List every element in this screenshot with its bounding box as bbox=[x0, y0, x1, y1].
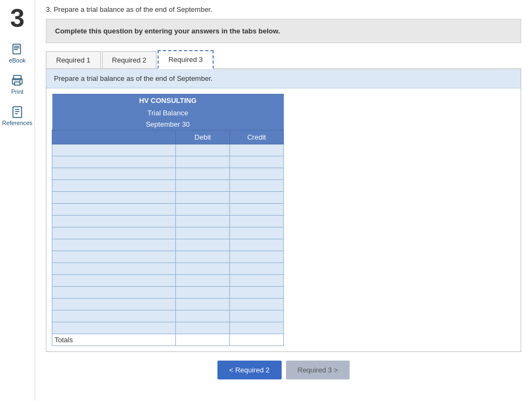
tab-required1[interactable]: Required 1 bbox=[46, 51, 101, 68]
row-1-credit-input[interactable] bbox=[232, 157, 281, 167]
row-11-credit bbox=[230, 275, 284, 287]
row-9-debit-input[interactable] bbox=[178, 252, 227, 262]
row-14-account bbox=[52, 310, 176, 322]
row-13-debit-input[interactable] bbox=[178, 299, 227, 309]
row-4-debit-input[interactable] bbox=[178, 192, 227, 203]
sidebar-item-print[interactable]: Print bbox=[10, 73, 25, 95]
tab-required3[interactable]: Required 3 bbox=[158, 50, 214, 69]
col-credit-header: Credit bbox=[230, 130, 284, 144]
row-3-credit-input[interactable] bbox=[232, 181, 281, 191]
sidebar-item-references[interactable]: References bbox=[2, 105, 32, 126]
row-10-credit-input[interactable] bbox=[232, 264, 281, 274]
row-7-account-input[interactable] bbox=[54, 228, 173, 238]
sidebar: 3 eBook Print bbox=[0, 0, 35, 401]
row-6-credit-input[interactable] bbox=[232, 216, 281, 226]
row-1-account-input[interactable] bbox=[54, 157, 173, 167]
table-row bbox=[52, 263, 284, 275]
row-9-credit-input[interactable] bbox=[232, 252, 281, 262]
row-15-credit-input[interactable] bbox=[232, 323, 281, 333]
row-1-debit bbox=[176, 156, 230, 168]
row-8-credit-input[interactable] bbox=[232, 240, 281, 250]
row-11-credit-input[interactable] bbox=[232, 275, 281, 286]
row-2-account-input[interactable] bbox=[54, 169, 173, 179]
row-8-debit bbox=[176, 239, 230, 251]
row-15-credit bbox=[230, 322, 284, 334]
row-10-debit-input[interactable] bbox=[178, 264, 227, 274]
row-1-account bbox=[52, 156, 176, 168]
row-2-debit-input[interactable] bbox=[178, 169, 227, 179]
row-5-account-input[interactable] bbox=[54, 204, 173, 215]
svg-rect-3 bbox=[14, 49, 18, 50]
row-7-credit-input[interactable] bbox=[232, 228, 281, 238]
row-7-debit-input[interactable] bbox=[178, 228, 227, 238]
table-row bbox=[52, 192, 284, 204]
row-9-credit bbox=[230, 251, 284, 263]
tab-required2[interactable]: Required 2 bbox=[102, 51, 157, 68]
table-row bbox=[52, 251, 284, 263]
print-label: Print bbox=[11, 88, 24, 95]
totals-debit-input[interactable] bbox=[178, 336, 227, 344]
totals-label: Totals bbox=[52, 334, 176, 346]
row-12-credit-input[interactable] bbox=[232, 287, 281, 298]
row-7-debit bbox=[176, 227, 230, 239]
row-12-account-input[interactable] bbox=[54, 287, 173, 298]
table-row bbox=[52, 204, 284, 216]
table-row bbox=[52, 216, 284, 227]
row-3-debit bbox=[176, 180, 230, 192]
ebook-icon bbox=[10, 42, 25, 57]
row-15-debit-input[interactable] bbox=[178, 323, 227, 333]
row-4-account-input[interactable] bbox=[54, 192, 173, 203]
row-1-debit-input[interactable] bbox=[178, 157, 227, 167]
totals-credit-input[interactable] bbox=[232, 336, 281, 344]
row-13-debit bbox=[176, 299, 230, 310]
row-0-credit bbox=[230, 144, 284, 156]
row-10-account-input[interactable] bbox=[54, 264, 173, 274]
row-3-account-input[interactable] bbox=[54, 181, 173, 191]
next-button[interactable]: Required 3 > bbox=[286, 361, 350, 379]
svg-rect-6 bbox=[15, 82, 20, 85]
totals-credit bbox=[230, 334, 284, 346]
row-15-account bbox=[52, 322, 176, 334]
row-15-account-input[interactable] bbox=[54, 323, 173, 333]
row-0-credit-input[interactable] bbox=[232, 145, 281, 155]
row-0-debit-input[interactable] bbox=[178, 145, 227, 155]
row-14-debit-input[interactable] bbox=[178, 311, 227, 321]
row-8-account-input[interactable] bbox=[54, 240, 173, 250]
row-13-credit-input[interactable] bbox=[232, 299, 281, 309]
row-12-credit bbox=[230, 287, 284, 299]
row-3-debit-input[interactable] bbox=[178, 181, 227, 191]
row-2-credit-input[interactable] bbox=[232, 169, 281, 179]
prev-button[interactable]: < Required 2 bbox=[217, 361, 282, 379]
tabs-row: Required 1 Required 2 Required 3 bbox=[46, 50, 521, 68]
row-11-debit-input[interactable] bbox=[178, 275, 227, 286]
table-company-header: HV CONSULTING bbox=[52, 94, 284, 107]
row-6-account bbox=[52, 216, 176, 227]
tab-content: Prepare a trial balance as of the end of… bbox=[46, 68, 521, 352]
row-4-credit bbox=[230, 192, 284, 204]
totals-row: Totals bbox=[52, 334, 284, 346]
row-5-debit-input[interactable] bbox=[178, 204, 227, 215]
row-4-credit-input[interactable] bbox=[232, 192, 281, 203]
row-9-account-input[interactable] bbox=[54, 252, 173, 262]
sidebar-item-ebook[interactable]: eBook bbox=[9, 42, 25, 64]
row-0-account-input[interactable] bbox=[54, 145, 173, 155]
row-14-credit-input[interactable] bbox=[232, 311, 281, 321]
question-number: 3 bbox=[10, 5, 25, 31]
row-6-debit-input[interactable] bbox=[178, 216, 227, 226]
row-14-credit bbox=[230, 310, 284, 322]
ebook-label: eBook bbox=[9, 57, 25, 64]
svg-rect-1 bbox=[14, 46, 19, 47]
row-6-account-input[interactable] bbox=[54, 216, 173, 226]
row-13-account-input[interactable] bbox=[54, 299, 173, 309]
row-12-debit-input[interactable] bbox=[178, 287, 227, 298]
row-8-debit-input[interactable] bbox=[178, 240, 227, 250]
table-row bbox=[52, 180, 284, 192]
row-6-debit bbox=[176, 216, 230, 227]
row-0-debit bbox=[176, 144, 230, 156]
row-12-account bbox=[52, 287, 176, 299]
row-5-credit-input[interactable] bbox=[232, 204, 281, 215]
row-8-credit bbox=[230, 239, 284, 251]
row-14-account-input[interactable] bbox=[54, 311, 173, 321]
row-11-account-input[interactable] bbox=[54, 275, 173, 286]
row-4-account bbox=[52, 192, 176, 204]
